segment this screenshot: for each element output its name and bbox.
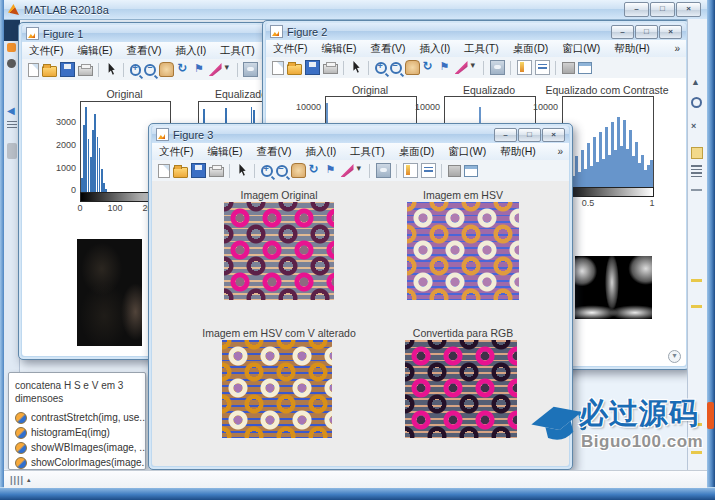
- menu-overflow-chevron[interactable]: »: [557, 146, 569, 157]
- brush-icon[interactable]: [209, 63, 222, 76]
- dropdown-icon[interactable]: [471, 61, 478, 74]
- close-button[interactable]: [659, 25, 682, 39]
- minimize-button[interactable]: [494, 128, 517, 142]
- arrow-cursor-icon[interactable]: [236, 164, 249, 177]
- save-figure-icon[interactable]: [60, 62, 75, 77]
- zoom-in-icon[interactable]: [130, 64, 142, 76]
- zoom-in-icon[interactable]: [261, 165, 273, 177]
- dropdown-icon[interactable]: [357, 164, 364, 177]
- arrow-cursor-icon[interactable]: [350, 61, 363, 74]
- save-figure-icon[interactable]: [305, 60, 320, 75]
- menu-view[interactable]: 查看(V): [249, 145, 298, 159]
- menu-desktop[interactable]: 桌面(D): [392, 145, 442, 159]
- zoom-in-icon[interactable]: [375, 62, 387, 74]
- menu-insert[interactable]: 插入(I): [298, 145, 343, 159]
- hide-plot-tools-icon[interactable]: [562, 62, 575, 74]
- rotate-3d-icon[interactable]: [423, 61, 436, 74]
- figure3-titlebar[interactable]: Figure 3: [152, 126, 569, 143]
- new-figure-icon[interactable]: [28, 63, 40, 77]
- menu-tools[interactable]: 工具(T): [457, 42, 505, 56]
- zoom-out-icon[interactable]: [144, 64, 156, 76]
- menu-window[interactable]: 窗口(W): [555, 42, 607, 56]
- rotate-3d-icon[interactable]: [177, 63, 190, 76]
- menu-file[interactable]: 文件(F): [22, 44, 70, 58]
- open-folder-icon[interactable]: [287, 64, 302, 75]
- print-icon[interactable]: [323, 64, 338, 74]
- new-figure-icon[interactable]: [272, 61, 284, 75]
- colorbar-icon[interactable]: [403, 163, 418, 178]
- menu-tools[interactable]: 工具(T): [213, 44, 261, 58]
- close-icon[interactable]: ×: [691, 121, 696, 131]
- left-panel-icon[interactable]: [7, 43, 16, 52]
- menu-file[interactable]: 文件(F): [266, 42, 314, 56]
- save-figure-icon[interactable]: [191, 163, 206, 178]
- menu-help[interactable]: 帮助(H): [493, 145, 543, 159]
- link-plot-icon[interactable]: [376, 163, 391, 178]
- matlab-main-titlebar[interactable]: MATLAB R2018a: [0, 0, 715, 20]
- menu-window[interactable]: 窗口(W): [441, 145, 493, 159]
- hide-plot-tools-icon[interactable]: [448, 165, 461, 177]
- menu-desktop[interactable]: 桌面(D): [506, 42, 556, 56]
- show-plot-tools-icon[interactable]: [578, 62, 592, 74]
- code-hint-item[interactable]: showColorImages(image...: [15, 455, 145, 470]
- close-button[interactable]: [676, 2, 701, 17]
- zoom-out-icon[interactable]: [390, 62, 402, 74]
- resize-corner-icon[interactable]: ▾: [668, 350, 681, 363]
- menu-overflow-chevron[interactable]: »: [674, 43, 686, 54]
- data-cursor-icon[interactable]: [325, 164, 338, 177]
- menu-insert[interactable]: 插入(I): [412, 42, 457, 56]
- menu-view[interactable]: 查看(V): [119, 44, 168, 58]
- minimize-button[interactable]: [611, 25, 634, 39]
- maximize-button[interactable]: [518, 128, 541, 142]
- new-figure-icon[interactable]: [158, 164, 170, 178]
- scrollbar-marker[interactable]: [691, 279, 702, 282]
- left-scrollbar-thumb[interactable]: [7, 143, 17, 159]
- note-icon[interactable]: [691, 147, 703, 159]
- search-icon[interactable]: [691, 97, 702, 108]
- pan-icon[interactable]: [159, 62, 174, 77]
- menu-tools[interactable]: 工具(T): [343, 145, 391, 159]
- open-folder-icon[interactable]: [173, 167, 188, 178]
- menu-edit[interactable]: 编辑(E): [314, 42, 363, 56]
- code-hint-item[interactable]: contrastStretch(img, use...: [15, 410, 145, 425]
- status-grip[interactable]: ||||: [10, 475, 24, 485]
- arrow-cursor-icon[interactable]: [105, 63, 118, 76]
- brush-icon[interactable]: [341, 164, 354, 177]
- figure2-titlebar[interactable]: Figure 2: [266, 23, 686, 40]
- data-cursor-icon[interactable]: [193, 63, 206, 76]
- close-button[interactable]: [542, 128, 565, 142]
- menu-edit[interactable]: 编辑(E): [70, 44, 119, 58]
- menu-lines-icon[interactable]: [7, 121, 17, 128]
- pan-icon[interactable]: [291, 163, 306, 178]
- list-lines-icon[interactable]: [691, 165, 702, 177]
- colorbar-icon[interactable]: [517, 60, 532, 75]
- code-hint-item[interactable]: histogramEq(img): [15, 425, 145, 440]
- maximize-button[interactable]: [650, 2, 675, 17]
- status-caret-icon[interactable]: ▴: [27, 476, 31, 484]
- print-icon[interactable]: [209, 167, 224, 177]
- dropdown-icon[interactable]: [225, 63, 232, 76]
- menu-edit[interactable]: 编辑(E): [200, 145, 249, 159]
- pan-icon[interactable]: [405, 60, 420, 75]
- maximize-button[interactable]: [635, 25, 658, 39]
- menu-insert[interactable]: 插入(I): [168, 44, 213, 58]
- link-plot-icon[interactable]: [490, 60, 505, 75]
- show-plot-tools-icon[interactable]: [464, 165, 478, 177]
- data-cursor-icon[interactable]: [439, 61, 452, 74]
- minimize-button[interactable]: [624, 2, 649, 17]
- open-folder-icon[interactable]: [42, 66, 57, 77]
- rotate-3d-icon[interactable]: [309, 164, 322, 177]
- link-plot-icon[interactable]: [243, 62, 258, 77]
- brush-icon[interactable]: [455, 61, 468, 74]
- menu-help[interactable]: 帮助(H): [607, 42, 657, 56]
- scroll-up-icon[interactable]: ▲: [691, 77, 700, 87]
- menu-view[interactable]: 查看(V): [363, 42, 412, 56]
- code-hint-item[interactable]: showWBImages(image, ...: [15, 440, 145, 455]
- zoom-out-icon[interactable]: [276, 165, 288, 177]
- legend-icon[interactable]: [421, 163, 436, 178]
- menu-file[interactable]: 文件(F): [152, 145, 200, 159]
- legend-icon[interactable]: [535, 60, 550, 75]
- left-panel-icon[interactable]: [7, 59, 16, 68]
- print-icon[interactable]: [78, 66, 93, 76]
- scrollbar-marker[interactable]: [691, 305, 702, 308]
